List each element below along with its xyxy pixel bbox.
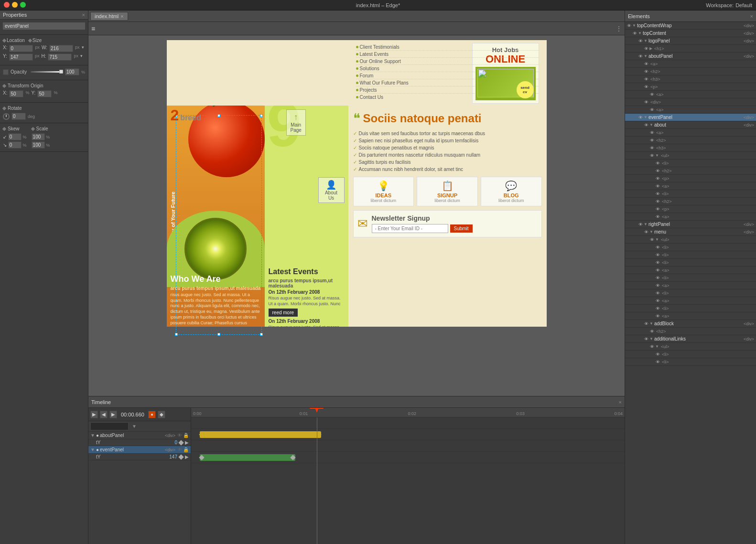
skew-y-input[interactable]: [8, 141, 22, 149]
tree-addblock-h2[interactable]: 👁 <h2>: [625, 328, 756, 335]
opacity-slider[interactable]: [31, 71, 63, 73]
rotate-input[interactable]: [11, 113, 26, 120]
tl-about-ty-arrow[interactable]: ▶: [185, 440, 189, 445]
tree-menu[interactable]: 👁 ▼ menu <div>: [625, 228, 756, 236]
tree-ev-a[interactable]: 👁 <a>: [625, 129, 756, 137]
tl-play-button[interactable]: ▶: [90, 411, 98, 418]
tree-menu-a4[interactable]: 👁 <a>: [625, 312, 756, 320]
toolbar-options-icon[interactable]: ⋮: [616, 25, 622, 32]
tree-ev-ul[interactable]: 👁 ▼ <ul>: [625, 152, 756, 160]
tree-ev-a2[interactable]: 👁 <a>: [625, 182, 756, 190]
maximize-button[interactable]: [20, 2, 26, 8]
tl-filter-icon[interactable]: ▼: [132, 424, 137, 429]
tree-menu-li4[interactable]: 👁 <li>: [625, 274, 756, 282]
tab-close[interactable]: ×: [120, 13, 123, 19]
nav-item-2[interactable]: Our Online Support: [356, 58, 539, 65]
tree-about-h2[interactable]: 👁 <h2>: [625, 68, 756, 75]
timeline-close[interactable]: ×: [619, 399, 622, 405]
canvas-container[interactable]: Client Testimonials Latest Events Our On…: [88, 35, 625, 396]
tree-menu-ul[interactable]: 👁 ▼ <ul>: [625, 236, 756, 244]
tree-ev-li2[interactable]: 👁 <li>: [625, 190, 756, 198]
tree-logoPanel[interactable]: 👁 ▼ logoPanel <div>: [625, 37, 756, 45]
y-input[interactable]: [9, 53, 33, 61]
tl-bar-event-ty[interactable]: [200, 454, 295, 461]
tree-addl-ul[interactable]: 👁 ▼ <ul>: [625, 343, 756, 351]
opacity-handle[interactable]: [59, 70, 63, 74]
tree-eventPanel[interactable]: 👁 ▼ eventPanel <div>: [625, 114, 756, 121]
x-input[interactable]: [9, 45, 33, 52]
wp-main-page-button[interactable]: ↑ Main Page: [286, 109, 306, 136]
canvas-tab[interactable]: index.html ×: [90, 12, 128, 21]
tree-menu-a2[interactable]: 👁 <a>: [625, 282, 756, 289]
tree-about-a3[interactable]: 👁 <a>: [625, 106, 756, 114]
tl-search-input[interactable]: [90, 422, 129, 430]
tree-aboutPanel[interactable]: 👁 ▼ aboutPanel <div>: [625, 53, 756, 60]
tree-about-h3[interactable]: 👁 <h3>: [625, 75, 756, 83]
close-button[interactable]: [4, 2, 10, 8]
tree-menu-a1[interactable]: 👁 <a>: [625, 267, 756, 274]
tree-menu-li3[interactable]: 👁 <li>: [625, 259, 756, 267]
scale-x-input[interactable]: [32, 133, 45, 140]
tree-ev-p2[interactable]: 👁 <p>: [625, 205, 756, 213]
tl-about-eye[interactable]: 👁: [177, 433, 182, 438]
toolbar-menu-icon[interactable]: ≡: [91, 25, 95, 32]
tree-menu-a3[interactable]: 👁 <a>: [625, 297, 756, 305]
tree-ev-li1[interactable]: 👁 <li>: [625, 160, 756, 167]
tree-ev-p[interactable]: 👁 <p>: [625, 175, 756, 182]
tree-menu-li6[interactable]: 👁 <li>: [625, 305, 756, 312]
elements-close[interactable]: ×: [750, 13, 753, 19]
opacity-checkbox[interactable]: [3, 69, 9, 75]
tree-about-a[interactable]: 👁 <a>: [625, 60, 756, 68]
tree-ev-a3[interactable]: 👁 <a>: [625, 213, 756, 221]
tx-input[interactable]: [9, 90, 23, 97]
wp-about-button[interactable]: 👤 About Us: [318, 177, 345, 203]
tree-additionalLinks[interactable]: 👁 ▼ additionalLinks <div>: [625, 335, 756, 343]
skew-x-input[interactable]: [8, 133, 22, 140]
tl-add-keyframe-button[interactable]: ◆: [158, 411, 165, 418]
tree-menu-li1[interactable]: 👁 <li>: [625, 244, 756, 251]
tl-about-lock[interactable]: 🔒: [183, 433, 189, 438]
tl-event-ty-diamond[interactable]: [178, 454, 184, 459]
opacity-input[interactable]: [65, 68, 79, 75]
tl-event-eye[interactable]: 👁: [177, 447, 182, 452]
w-input[interactable]: [49, 45, 73, 52]
nav-item-0[interactable]: Client Testimonials: [356, 44, 539, 51]
tree-about-div[interactable]: 👁 <div>: [625, 98, 756, 106]
ty-input[interactable]: [37, 90, 52, 97]
tree-event-about[interactable]: 👁 ▼ about <div>: [625, 121, 756, 129]
h-input[interactable]: [48, 53, 72, 61]
nav-dot-7: [356, 96, 358, 98]
tl-next-frame-button[interactable]: ▶: [109, 411, 117, 418]
properties-close[interactable]: ×: [82, 12, 85, 18]
tree-tri-26: ▼: [644, 222, 648, 226]
minimize-button[interactable]: [12, 2, 18, 8]
tree-h1[interactable]: 👁 ▶ <h1>: [625, 45, 756, 53]
tree-ev-h2[interactable]: 👁 <h2>: [625, 137, 756, 144]
tree-menu-li5[interactable]: 👁 <li>: [625, 289, 756, 297]
tl-event-lock[interactable]: 🔒: [183, 447, 189, 452]
rotate-dial[interactable]: [3, 113, 10, 120]
tree-addl-li1[interactable]: 👁 <li>: [625, 351, 756, 358]
nav-dot-5: [356, 82, 358, 84]
nav-item-1[interactable]: Latest Events: [356, 51, 539, 58]
tree-addBlock[interactable]: 👁 ▼ addBlock <div>: [625, 320, 756, 328]
tl-about-ty-diamond[interactable]: [178, 440, 184, 445]
tl-record-button[interactable]: ●: [148, 411, 156, 418]
scale-y-input[interactable]: [32, 141, 45, 149]
tree-about-a2[interactable]: 👁 <a>: [625, 91, 756, 98]
tl-event-ty-arrow[interactable]: ▶: [185, 454, 189, 459]
tree-ev-h3[interactable]: 👁 <h3>: [625, 144, 756, 152]
tree-ev-h2b[interactable]: 👁 <h2>: [625, 167, 756, 175]
tl-prev-frame-button[interactable]: ◀: [100, 411, 108, 418]
tree-topContent[interactable]: 👁 ▼ topContent <div>: [625, 30, 756, 37]
tree-ev-h2c[interactable]: 👁 <h2>: [625, 198, 756, 205]
tree-rightPanel[interactable]: 👁 ▼ rightPanel <div>: [625, 221, 756, 228]
tree-about-p[interactable]: 👁 <p>: [625, 83, 756, 91]
newsletter-submit-button[interactable]: Submit: [450, 224, 473, 233]
tree-topContentWrap[interactable]: 👁 ▼ topContentWrap <div>: [625, 22, 756, 30]
tree-addl-li2[interactable]: 👁 <li>: [625, 358, 756, 366]
tree-menu-li2[interactable]: 👁 <li>: [625, 251, 756, 259]
newsletter-email-input[interactable]: [372, 224, 448, 233]
tl-bar-about-ty[interactable]: [200, 431, 321, 438]
read-more-2-button[interactable]: reed more: [269, 309, 298, 317]
